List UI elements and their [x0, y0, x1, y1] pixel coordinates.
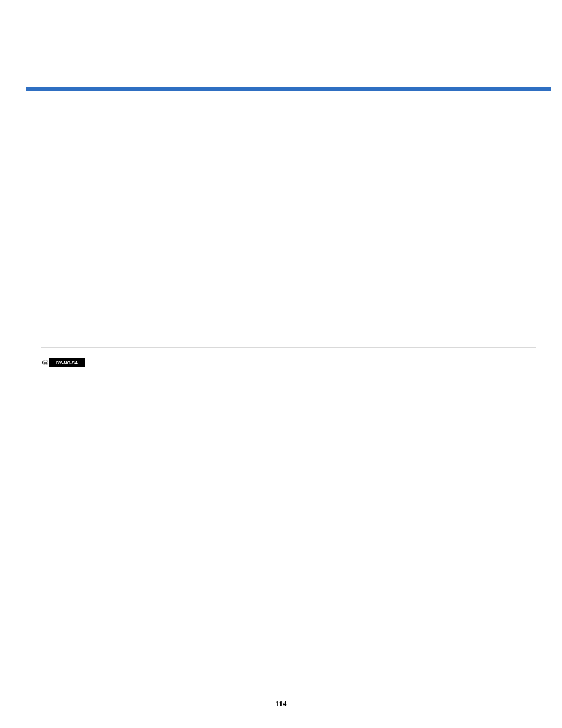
cc-license-badge: cc BY-NC-SA	[41, 358, 85, 367]
cc-license-label: BY-NC-SA	[49, 358, 85, 367]
divider-bottom	[41, 347, 536, 348]
page-number: 114	[0, 699, 562, 709]
header-rule	[26, 87, 551, 91]
cc-logo-icon: cc	[41, 358, 49, 367]
cc-logo-text: cc	[44, 361, 47, 364]
divider-top	[41, 139, 536, 139]
